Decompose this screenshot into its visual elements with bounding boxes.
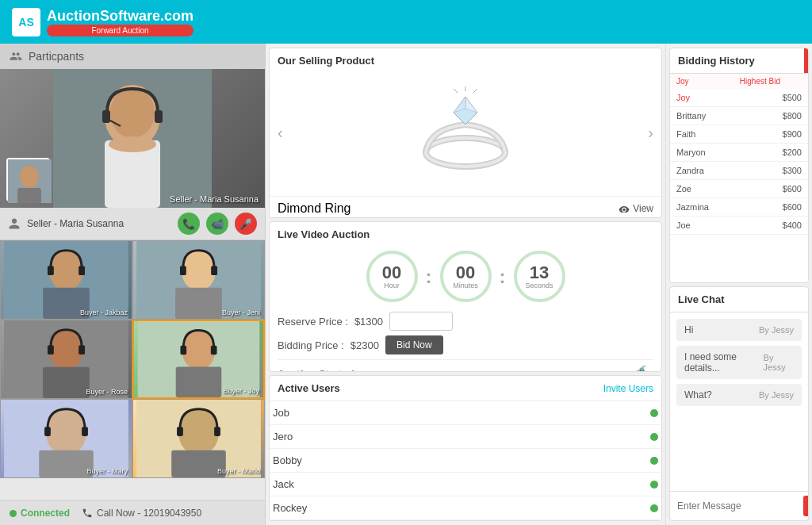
product-footer: Dimond Ring View: [270, 196, 661, 218]
seller-video-feed: [53, 69, 212, 208]
mid-column: Our Selling Product ‹: [266, 44, 665, 525]
left-footer: Connected Call Now - 12019043950: [0, 500, 265, 525]
chat-text: Hi: [684, 324, 693, 335]
user-name: Jero: [273, 431, 293, 443]
svg-rect-15: [79, 266, 85, 275]
bid-name: Zoe: [670, 180, 733, 198]
buyer-label-5: Buyer - Mary: [86, 467, 128, 475]
user-online-dot: [650, 409, 658, 417]
product-name: Dimond Ring: [278, 201, 350, 216]
timer-minutes-label: Minutes: [453, 282, 478, 289]
svg-rect-23: [43, 367, 90, 398]
bid-row: Zoe$600: [670, 180, 808, 198]
svg-point-42: [426, 138, 505, 167]
svg-rect-29: [180, 346, 186, 355]
chat-messages: HiBy JessyI need some details...By Jessy…: [670, 312, 808, 492]
invite-users-link[interactable]: Invite Users: [603, 383, 653, 394]
buyer-6-feed: [133, 400, 264, 477]
timer-hour: 00 Hour: [366, 251, 418, 302]
logo-title: AuctionSoftware.com: [47, 8, 193, 25]
timer-seconds: 13 Seconds: [514, 251, 565, 302]
bidding-history-card: Bidding History Joy Highest Bid Joy$500B…: [669, 48, 809, 283]
bid-name: Joe: [670, 217, 733, 235]
chat-input-row: Send: [670, 491, 808, 520]
svg-point-2: [110, 87, 155, 138]
chat-input[interactable]: [674, 497, 799, 515]
buyer-cell-4: Buyer - Joy: [132, 320, 265, 399]
active-users-header: Active Users Invite Users: [270, 376, 661, 401]
logo-icon: AS: [12, 8, 40, 36]
buyer-3-feed: [1, 320, 132, 398]
svg-rect-19: [180, 266, 186, 275]
buyer-label-3: Buyer - Rose: [86, 388, 128, 396]
connected-label: Connected: [21, 508, 70, 519]
live-chat-card: Live Chat HiBy JessyI need some details.…: [669, 286, 809, 522]
live-video-header: Live Video Auction: [270, 222, 661, 247]
svg-rect-35: [82, 427, 88, 436]
bid-row: Jazmina$600: [670, 198, 808, 217]
phone-button[interactable]: 📞: [178, 213, 200, 235]
reserve-price-input[interactable]: [389, 312, 453, 331]
user-list-item: Jack: [270, 473, 661, 496]
call-now: Call Now - 12019043950: [82, 508, 201, 519]
connected-badge: Connected: [10, 508, 70, 519]
chat-by: By Jessy: [764, 353, 794, 372]
user-list-item: Job: [270, 401, 661, 425]
chat-bubble: HiBy Jessy: [676, 319, 802, 341]
bidding-history-title: Bidding History: [678, 55, 755, 67]
svg-rect-30: [211, 346, 217, 355]
connected-dot: [10, 510, 17, 517]
bidding-price-label: Bidding Price :: [278, 339, 344, 351]
bid-amount: $200: [733, 144, 808, 162]
svg-rect-20: [211, 266, 217, 275]
chat-bubble: I need some details...By Jessy: [676, 346, 802, 379]
bid-col-highest: Highest Bid: [733, 74, 808, 89]
product-image: [414, 85, 517, 180]
svg-point-9: [20, 166, 39, 188]
bid-name: Zandra: [670, 162, 733, 180]
bid-row: Joy$500: [670, 89, 808, 107]
buyer-label-1: Buyer - Jakbaz: [80, 308, 128, 316]
small-seller-avatar: [8, 159, 52, 203]
hammer-icon: 🔨: [636, 365, 653, 372]
product-image-area: ‹: [270, 73, 661, 192]
active-users-card: Active Users Invite Users JobJeroBobbyJa…: [269, 375, 662, 521]
small-video-overlay: [6, 158, 50, 201]
product-prev-button[interactable]: ‹: [274, 120, 287, 146]
svg-rect-10: [17, 188, 41, 203]
buyer-label-2: Buyer - Jeni: [222, 308, 260, 316]
view-button[interactable]: View: [619, 203, 653, 214]
seller-name: Seller - Maria Susanna: [27, 218, 171, 229]
buyer-cell-6: Buyer - Mario: [132, 399, 265, 478]
bid-amount: $400: [733, 217, 808, 235]
svg-point-4: [109, 136, 156, 152]
bid-name: Brittany: [670, 107, 733, 125]
video-button[interactable]: 📹: [206, 213, 228, 235]
auction-started-text: Auction Started: [278, 368, 354, 373]
participants-header: Particpants: [0, 44, 265, 69]
buyer-4-feed: [134, 321, 263, 397]
product-next-button[interactable]: ›: [644, 120, 657, 146]
view-label: View: [633, 203, 653, 214]
bid-name: Maryon: [670, 144, 733, 162]
buyer-cell-2: Buyer - Jeni: [132, 240, 265, 320]
bid-name: Faith: [670, 125, 733, 144]
bid-amount: $900: [733, 125, 808, 144]
send-button[interactable]: Send: [803, 496, 809, 516]
bid-col-name: Joy: [670, 74, 733, 89]
svg-rect-39: [177, 427, 183, 436]
bid-now-button[interactable]: Bid Now: [385, 335, 443, 354]
svg-rect-40: [214, 427, 220, 436]
mic-button[interactable]: 🎤: [235, 213, 257, 235]
chat-by: By Jessy: [759, 325, 794, 335]
reserve-price-label: Reserve Price :: [278, 316, 348, 328]
svg-line-48: [473, 89, 477, 93]
buyer-5-feed: [1, 400, 132, 477]
svg-rect-6: [155, 110, 163, 123]
user-online-dot: [650, 457, 658, 465]
chat-by: By Jessy: [759, 390, 794, 400]
buyer-cell-1: Buyer - Jakbaz: [0, 240, 132, 320]
chat-text: What?: [684, 389, 712, 400]
bid-row: Zandra$300: [670, 162, 808, 180]
left-panel: Particpants: [0, 44, 266, 525]
